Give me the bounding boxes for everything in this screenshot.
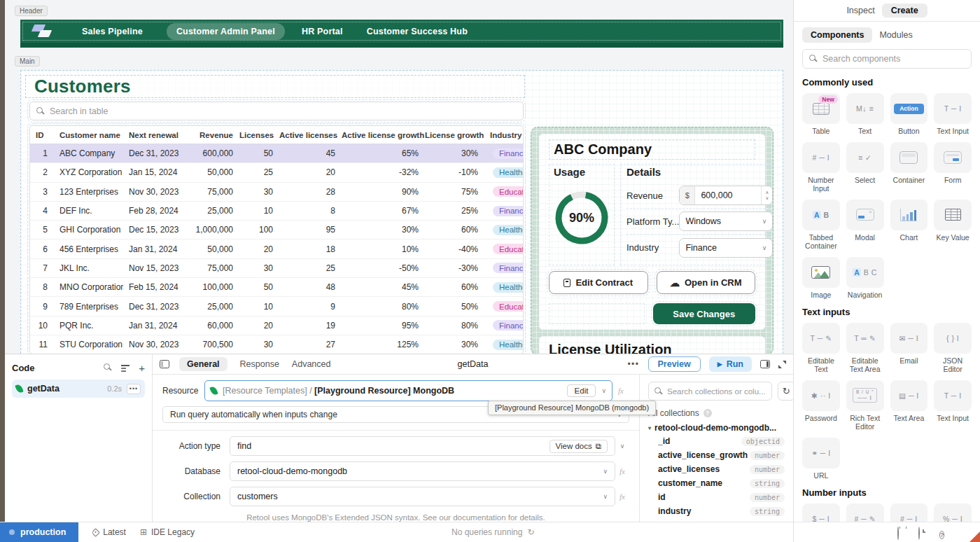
schema-field-row[interactable]: active_license_growthnumber [648,448,785,462]
help-icon[interactable]: ? [939,527,949,537]
column-header[interactable]: Next renewal [123,131,188,139]
edit-contract-button[interactable]: Edit Contract [549,271,648,294]
editor-tab-advanced[interactable]: Advanced [292,359,331,369]
table-row[interactable]: 5GHI CorporationDec 15, 20231,000,000100… [30,221,523,239]
customers-title-block[interactable]: Customers [25,75,525,98]
table-row[interactable]: 4DEF Inc.Feb 28, 202425,00010867%25%Fina… [30,202,523,221]
tab-create[interactable]: Create [882,4,927,18]
debug-icon[interactable] [897,527,907,537]
help-icon[interactable]: ? [704,409,712,417]
component-tile-image[interactable]: Image [802,257,840,300]
editor-tab-general[interactable]: General [179,357,227,371]
number-stepper[interactable]: ∧∨ [761,186,772,204]
component-tile-percent[interactable]: % ─ IPercent [934,503,972,522]
component-tile-table[interactable]: NewTable [802,93,840,136]
platform-select[interactable]: Windows ∨ [679,211,773,231]
component-tile-chart[interactable]: Chart [890,200,928,251]
component-tile-rich-text-editor[interactable]: B / U ”── IRich Text Editor [846,380,884,431]
column-header[interactable]: Customer name [54,131,123,139]
nav-tab-hr-portal[interactable]: HR Portal [302,23,343,40]
license-utilization-card[interactable]: License Utilization [539,336,765,354]
component-tile-select[interactable]: ≡ ✓Select [846,142,884,193]
component-tile-number-input[interactable]: # ─ INumber Input [890,503,928,522]
table-row[interactable]: 2XYZ CorporationJan 15, 202450,0002520-3… [30,163,523,182]
nav-tab-customer-admin-panel[interactable]: Customer Admin Panel [167,23,285,40]
column-header[interactable]: Active license growth [342,131,425,139]
collection-tree-toggle[interactable]: ▾ retool-cloud-demo-mongodb... [648,423,785,433]
database-select[interactable]: retool-cloud-demo-mongodb ∨ [230,461,615,481]
table-row[interactable]: 1ABC CompanyDec 31, 2023600,000504565%30… [30,144,523,163]
schema-field-row[interactable]: industrystring [648,504,785,518]
query-list-item[interactable]: getData 0.2s ••• [12,380,145,398]
save-changes-button[interactable]: Save Changes [653,303,756,324]
preview-button[interactable]: Preview [648,356,701,372]
table-row[interactable]: 9789 EnterprisesDec 31, 202325,00010980%… [30,297,523,316]
nav-tab-sales-pipeline[interactable]: Sales Pipeline [82,23,143,40]
component-tile-navigation[interactable]: A B CNavigation [846,257,884,300]
fx-icon[interactable]: fx [612,387,629,395]
schema-field-row[interactable]: idnumber [648,490,785,504]
expand-icon[interactable] [778,361,786,368]
open-in-crm-button[interactable]: ☁ Open in CRM [657,271,756,294]
table-row[interactable]: 6456 EnterprisesJan 31, 202450,000201810… [30,239,523,258]
component-tile-email[interactable]: ✉ ─ IEmail [890,323,928,374]
toggle-right-panel-icon[interactable] [760,360,770,368]
code-filter-icon[interactable] [121,364,130,371]
tab-modules[interactable]: Modules [879,30,912,40]
code-add-icon[interactable]: + [139,363,145,373]
run-button[interactable]: ▶ Run [709,356,752,372]
ide-legacy-toggle[interactable]: ⊞ IDE Legacy [140,527,195,537]
schema-field-row[interactable]: _idobjectid [648,434,785,448]
schema-field-row[interactable]: active_licensesnumber [648,462,785,476]
schema-search-input[interactable]: Search collections or colu... [648,382,772,401]
view-docs-button[interactable]: View docs⧉ [550,440,608,453]
column-header[interactable]: Revenue [188,131,239,139]
component-tile-text-area[interactable]: ▤ ─ IText Area [890,380,928,431]
usage-column[interactable]: Usage 90% [549,164,615,265]
resource-edit-button[interactable]: Edit [567,384,596,397]
table-row[interactable]: 3123 EnterprisesNov 30, 202375,000302890… [30,183,523,202]
version-selector[interactable]: Latest [92,527,126,537]
environment-selector[interactable]: production [0,522,78,542]
component-search-input[interactable]: Search components [802,49,972,69]
column-header[interactable]: Active licenses [279,131,342,139]
column-header[interactable]: Industry [484,131,523,139]
editor-tab-response[interactable]: Response [240,359,279,369]
collection-select[interactable]: customers ∨ [230,487,615,506]
action-type-select[interactable]: find View docs⧉ [230,436,615,456]
component-tile-editable-number[interactable]: # ─ ✎Editable Number [846,503,884,522]
refresh-icon[interactable]: ↻ [527,527,534,537]
query-more-menu[interactable]: ••• [627,359,639,369]
column-header[interactable]: Licenses [239,131,279,139]
component-tile-editable-text[interactable]: T ─ ✎Editable Text [802,323,840,374]
query-more-button[interactable]: ••• [127,384,141,394]
component-tile-number-input[interactable]: # ─ INumber Input [802,142,840,193]
component-tile-container[interactable]: Container [890,142,928,193]
revenue-input[interactable]: $ 600,000 ∧∨ [679,186,773,205]
component-tile-text-input[interactable]: T ─ IText Input [934,93,972,136]
resource-select[interactable]: [Resource Templates] / [Playground Resou… [204,380,612,401]
component-tile-key-value[interactable]: Key Value [934,200,972,251]
component-tile-modal[interactable]: ×Modal [846,200,884,251]
table-row[interactable]: 8MNO CorporationFeb 15, 2024100,00050484… [30,278,523,297]
nav-tab-customer-success-hub[interactable]: Customer Success Hub [367,23,468,40]
code-search-icon[interactable] [104,363,112,372]
tab-components[interactable]: Components [802,27,872,43]
component-tile-editable-text-area[interactable]: T ═ ✎Editable Text Area [846,323,884,374]
main-container[interactable]: Customers Search in table IDCustomer nam… [20,70,783,354]
component-tile-text-input[interactable]: T ─ IText Input [934,380,972,431]
fx-icon[interactable]: fx [615,467,629,475]
component-tile-currency[interactable]: $ ─ ICurrency [802,503,840,522]
toggle-left-panel-icon[interactable] [160,360,169,368]
component-tile-tabbed-container[interactable]: A BTabbed Container [802,200,840,251]
table-row[interactable]: 11STU CorporationNov 30, 2023700,5003027… [30,335,523,354]
industry-select[interactable]: Finance ∨ [679,238,773,258]
table-search-input[interactable]: Search in table [29,102,524,120]
customer-detail-container[interactable]: ABC Company Usage 90% [531,127,774,354]
component-tile-password[interactable]: ✱ ·· IPassword [802,380,840,431]
history-icon[interactable] [918,527,928,537]
component-tile-url[interactable]: ⚭ ─ IURL [802,438,840,480]
schema-field-row[interactable]: customer_namestring [648,476,785,490]
component-tile-form[interactable]: Form [934,142,972,193]
component-tile-text[interactable]: M↓ ≡Text [846,93,884,136]
